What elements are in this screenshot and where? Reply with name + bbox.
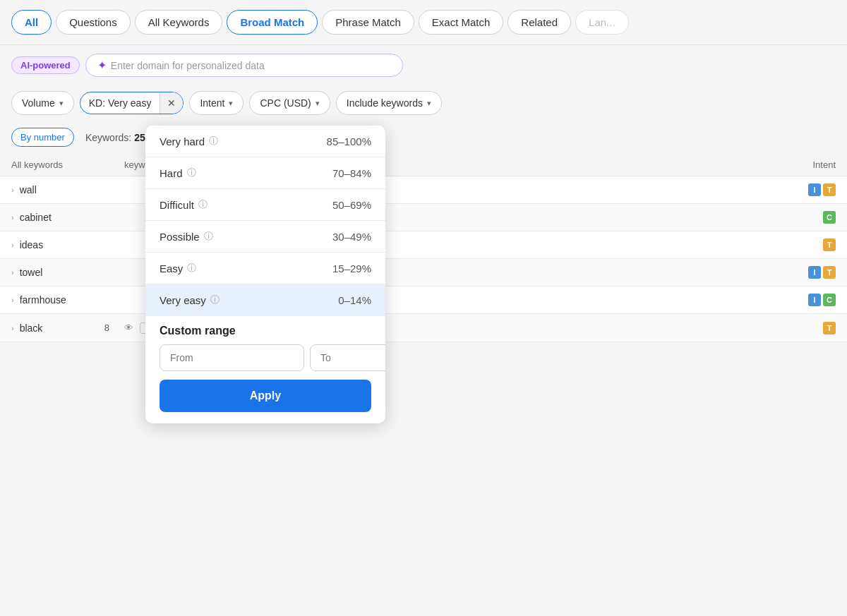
tab-questions[interactable]: Questions — [56, 10, 131, 35]
table-body: › wall kitchen cutting board decor for w… — [0, 176, 847, 342]
row-chevron-icon[interactable]: › — [11, 186, 14, 194]
tab-lan[interactable]: Lan... — [575, 10, 629, 35]
row-chevron-icon[interactable]: › — [11, 324, 14, 332]
table-row: › farmhouse kitchen metal wall decor ▭ I… — [0, 286, 847, 314]
intent-badges: C — [793, 211, 836, 224]
table-row: › black 8 👁 ⊕ kitchen stickers wall deco… — [0, 314, 847, 342]
from-input[interactable] — [160, 344, 304, 371]
row-eye-icon: 👁 — [124, 322, 140, 333]
kd-filter-clear[interactable]: ✕ — [160, 92, 183, 114]
by-number-button[interactable]: By number — [11, 128, 74, 147]
ai-bar-row: AI-powered ✦ Enter domain for personaliz… — [0, 45, 847, 85]
include-keywords-label: Include keywords — [347, 97, 423, 109]
row-keyword: wall — [20, 184, 104, 195]
kd-option-range: 0–14% — [338, 294, 371, 306]
custom-range-section: Custom range Apply — [145, 316, 385, 423]
intent-badges: I C — [793, 294, 836, 306]
tab-all[interactable]: All — [11, 10, 52, 35]
tab-exact-match[interactable]: Exact Match — [419, 10, 504, 35]
kd-option-range: 70–84% — [332, 167, 371, 179]
intent-badges: T — [793, 238, 836, 251]
table-row: › towel black kitchen decor ▭ I T — [0, 259, 847, 286]
kd-option-very-hard[interactable]: Very hard ⓘ 85–100% — [145, 126, 385, 157]
keywords-prefix: Keywords: — [85, 132, 131, 143]
row-keyword: cabinet — [20, 212, 104, 223]
intent-chevron-icon: ▾ — [229, 99, 233, 108]
badge-c: C — [823, 294, 836, 306]
kd-option-label: Very easy — [160, 294, 206, 306]
intent-filter[interactable]: Intent ▾ — [189, 91, 244, 115]
col-intent: Intent — [779, 159, 836, 170]
kd-option-label: Hard — [160, 167, 183, 179]
tab-related[interactable]: Related — [507, 10, 571, 35]
tab-broad-match[interactable]: Broad Match — [227, 10, 318, 35]
cpc-label: CPC (USD) — [260, 97, 311, 109]
info-icon: ⓘ — [187, 262, 200, 274]
kd-option-very-easy[interactable]: Very easy ⓘ 0–14% — [145, 284, 385, 315]
badge-t: T — [823, 183, 836, 196]
col-all-keywords: All keywords — [11, 159, 124, 170]
row-num: 8 — [104, 322, 124, 333]
include-chevron-icon: ▾ — [427, 99, 431, 108]
row-keyword: black — [20, 322, 104, 334]
intent-badges: I T — [793, 266, 836, 279]
ai-powered-badge: AI-powered — [11, 56, 80, 74]
kd-dropdown: Very hard ⓘ 85–100% Hard ⓘ 70–84% Diffic… — [145, 126, 385, 423]
filter-row: Volume ▾ KD: Very easy ✕ Intent ▾ CPC (U… — [0, 85, 847, 121]
row-chevron-icon[interactable]: › — [11, 241, 14, 249]
kd-option-difficult[interactable]: Difficult ⓘ 50–69% — [145, 189, 385, 220]
intent-label: Intent — [200, 97, 224, 109]
tab-phrase-match[interactable]: Phrase Match — [322, 10, 414, 35]
row-keyword: towel — [20, 267, 104, 278]
info-icon: ⓘ — [209, 135, 222, 147]
intent-badges: T — [793, 322, 836, 334]
include-keywords-filter[interactable]: Include keywords ▾ — [336, 91, 442, 115]
row-chevron-icon[interactable]: › — [11, 268, 14, 277]
main-container: All Questions All Keywords Broad Match P… — [0, 0, 847, 616]
cpc-filter[interactable]: CPC (USD) ▾ — [249, 91, 330, 115]
tabs-row: All Questions All Keywords Broad Match P… — [0, 0, 847, 45]
kd-option-label: Very hard — [160, 135, 205, 147]
intent-badges: I T — [793, 183, 836, 196]
kd-option-label: Possible — [160, 231, 200, 243]
row-keyword: ideas — [20, 239, 104, 250]
table-row: › cabinet farmhouse kitchen wall decor ▭… — [0, 204, 847, 231]
kd-option-label: Difficult — [160, 199, 194, 211]
kd-filter-label: KD: Very easy — [80, 92, 160, 114]
custom-range-title: Custom range — [160, 325, 371, 337]
volume-chevron-icon: ▾ — [59, 99, 64, 108]
badge-t: T — [823, 238, 836, 251]
ai-input-placeholder: Enter domain for personalized data — [111, 60, 265, 71]
table-row: › ideas decorative kitchen towels ▭ T — [0, 231, 847, 259]
kd-option-hard[interactable]: Hard ⓘ 70–84% — [145, 157, 385, 188]
tab-all-keywords[interactable]: All Keywords — [135, 10, 223, 35]
custom-range-inputs — [160, 344, 371, 371]
table-row: › wall kitchen cutting board decor for w… — [0, 176, 847, 204]
kd-filter[interactable]: KD: Very easy ✕ — [80, 92, 184, 114]
apply-button[interactable]: Apply — [160, 380, 371, 412]
to-input[interactable] — [310, 344, 385, 371]
volume-label: Volume — [22, 97, 55, 109]
ai-input-container[interactable]: ✦ Enter domain for personalized data — [85, 54, 403, 77]
kd-option-easy[interactable]: Easy ⓘ 15–29% — [145, 253, 385, 284]
badge-i: I — [808, 266, 821, 279]
sparkle-icon: ✦ — [97, 59, 107, 72]
cpc-chevron-icon: ▾ — [316, 99, 320, 108]
info-icon: ⓘ — [187, 167, 200, 179]
info-icon: ⓘ — [210, 294, 223, 306]
row-keyword: farmhouse — [20, 294, 104, 306]
kd-option-range: 50–69% — [332, 199, 371, 211]
kd-option-label: Easy — [160, 262, 183, 274]
row-chevron-icon[interactable]: › — [11, 213, 14, 222]
kd-option-range: 15–29% — [332, 262, 371, 274]
row-chevron-icon[interactable]: › — [11, 296, 14, 304]
badge-i: I — [808, 183, 821, 196]
stats-row: By number Keywords: 254 Total Volume: 22… — [0, 121, 847, 154]
badge-c: C — [823, 211, 836, 224]
info-icon: ⓘ — [198, 198, 211, 211]
volume-filter[interactable]: Volume ▾ — [11, 91, 74, 115]
kd-option-range: 30–49% — [332, 231, 371, 243]
table-header: All keywords keyword Intent — [0, 154, 847, 176]
kd-option-range: 85–100% — [327, 135, 371, 147]
kd-option-possible[interactable]: Possible ⓘ 30–49% — [145, 221, 385, 252]
